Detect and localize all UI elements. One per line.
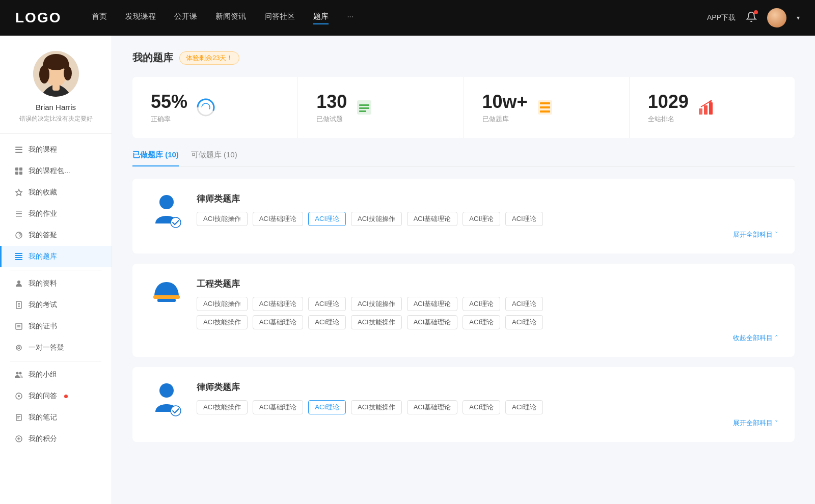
tag-2-r2-2[interactable]: ACI理论 [308,315,346,329]
notification-dot [754,10,758,14]
tag-2-r2-1[interactable]: ACI基础理论 [253,315,304,329]
sidebar-item-exam[interactable]: 我的考试 [0,294,112,316]
qbank-body-2: 工程类题库 ACI技能操作 ACI基础理论 ACI理论 ACI技能操作 ACI基… [197,278,778,343]
sidebar-item-myq[interactable]: 我的问答 [0,385,112,407]
svg-rect-23 [15,259,22,260]
stat-questions-done-content: 130 已做试题 [316,91,347,124]
sidebar-item-favorites[interactable]: 我的收藏 [0,182,112,203]
page-header: 我的题库 体验剩余23天！ [132,51,795,65]
svg-rect-20 [15,253,22,254]
expand-link-1[interactable]: 展开全部科目 ˅ [197,230,778,239]
tag-3-2[interactable]: ACI理论 [308,400,346,414]
tag-1-1[interactable]: ACI基础理论 [253,212,304,226]
sidebar-item-homework[interactable]: 我的作业 [0,203,112,225]
nav-more[interactable]: ··· [347,12,354,24]
nav-home[interactable]: 首页 [92,12,107,24]
user-avatar[interactable] [767,8,786,27]
qbank-card-3: 律师类题库 ACI技能操作 ACI基础理论 ACI理论 ACI技能操作 ACI基… [132,367,795,442]
trial-badge: 体验剩余23天！ [179,51,239,65]
tag-3-0[interactable]: ACI技能操作 [197,400,248,414]
tag-1-0[interactable]: ACI技能操作 [197,212,248,226]
svg-rect-22 [15,257,22,258]
nav-discover[interactable]: 发现课程 [125,12,156,24]
lawyer-icon-svg [150,193,183,229]
tab-available[interactable]: 可做题库 (10) [191,150,237,166]
expand-link-3[interactable]: 展开全部科目 ˅ [197,418,778,428]
sidebar-homework-label: 我的作业 [29,209,57,218]
myq-notification-dot [64,395,68,398]
tag-1-4[interactable]: ACI基础理论 [407,212,458,226]
sidebar-item-notes[interactable]: 我的笔记 [0,407,112,428]
sidebar-cert-label: 我的证书 [29,322,57,331]
svg-rect-47 [359,104,369,106]
qbank-title-2: 工程类题库 [197,278,778,290]
tag-2-r1-1[interactable]: ACI基础理论 [253,297,304,311]
collapse-link-2[interactable]: 收起全部科目 ˄ [197,333,778,343]
tag-2-r2-5[interactable]: ACI理论 [463,315,500,329]
sidebar-item-cert[interactable]: 我的证书 [0,316,112,337]
tag-2-r2-6[interactable]: ACI理论 [505,315,543,329]
svg-point-24 [17,281,20,284]
group-icon [14,370,23,379]
sidebar-exam-label: 我的考试 [29,300,57,310]
qbank-card-2: 工程类题库 ACI技能操作 ACI基础理论 ACI理论 ACI技能操作 ACI基… [132,264,795,357]
svg-rect-9 [15,152,22,153]
tag-2-r1-2[interactable]: ACI理论 [308,297,346,311]
tag-2-r1-0[interactable]: ACI技能操作 [197,297,248,311]
tag-2-r1-6[interactable]: ACI理论 [505,297,543,311]
homework-icon [14,209,23,218]
ranking-icon [697,98,715,117]
tag-3-4[interactable]: ACI基础理论 [407,400,458,414]
sidebar-group-label: 我的小组 [29,370,57,379]
svg-rect-6 [52,83,60,91]
tag-1-2[interactable]: ACI理论 [308,212,346,226]
tag-2-r2-0[interactable]: ACI技能操作 [197,315,248,329]
tag-2-r1-3[interactable]: ACI技能操作 [351,297,402,311]
sidebar-item-points[interactable]: 我的积分 [0,428,112,450]
svg-rect-17 [16,216,22,217]
tag-3-5[interactable]: ACI理论 [463,400,500,414]
header-right: APP下载 ▾ [707,8,800,27]
nav-qbank[interactable]: 题库 [313,12,329,24]
notification-bell[interactable] [746,11,757,24]
profile-icon [14,279,23,288]
tag-2-r2-4[interactable]: ACI基础理论 [407,315,458,329]
sidebar-notes-label: 我的笔记 [29,413,57,422]
cert-icon [14,322,23,331]
nav-qa[interactable]: 问答社区 [264,12,295,24]
nav-news[interactable]: 新闻资讯 [215,12,246,24]
tag-3-6[interactable]: ACI理论 [505,400,543,414]
points-icon [14,434,23,443]
svg-rect-55 [704,105,708,115]
sidebar-item-profile[interactable]: 我的资料 [0,273,112,294]
sidebar-item-qa[interactable]: ? 我的答疑 [0,225,112,246]
sidebar-item-courses[interactable]: 我的课程 [0,139,112,160]
qbank-tags-1: ACI技能操作 ACI基础理论 ACI理论 ACI技能操作 ACI基础理论 AC… [197,212,778,226]
nav-opencourse[interactable]: 公开课 [174,12,197,24]
stat-accuracy-label: 正确率 [151,115,187,124]
tag-3-3[interactable]: ACI技能操作 [351,400,402,414]
sidebar-item-course-pkg[interactable]: 我的课程包... [0,160,112,182]
stat-accuracy-content: 55% 正确率 [151,91,187,124]
tag-1-6[interactable]: ACI理论 [505,212,543,226]
sidebar-item-group[interactable]: 我的小组 [0,364,112,385]
tag-2-r1-4[interactable]: ACI基础理论 [407,297,458,311]
tag-1-5[interactable]: ACI理论 [463,212,500,226]
qbank-icon-lawyer-2 [149,381,184,417]
tag-3-1[interactable]: ACI基础理论 [253,400,304,414]
svg-rect-53 [540,110,550,113]
sidebar-item-qbank[interactable]: 我的题库 [0,246,112,267]
tabs-row: 已做题库 (10) 可做题库 (10) [132,150,795,166]
banks-done-icon [536,98,554,117]
tag-2-r1-5[interactable]: ACI理论 [463,297,500,311]
app-download-button[interactable]: APP下载 [707,13,736,22]
svg-rect-10 [15,167,18,171]
svg-rect-21 [15,255,22,256]
user-menu-chevron[interactable]: ▾ [797,14,800,21]
sidebar-favorites-label: 我的收藏 [29,188,57,197]
tag-2-r2-3[interactable]: ACI技能操作 [351,315,402,329]
sidebar-course-pkg-label: 我的课程包... [29,166,70,176]
sidebar-item-oneonone[interactable]: 一对一答疑 [0,337,112,358]
tab-done[interactable]: 已做题库 (10) [132,150,179,166]
tag-1-3[interactable]: ACI技能操作 [351,212,402,226]
